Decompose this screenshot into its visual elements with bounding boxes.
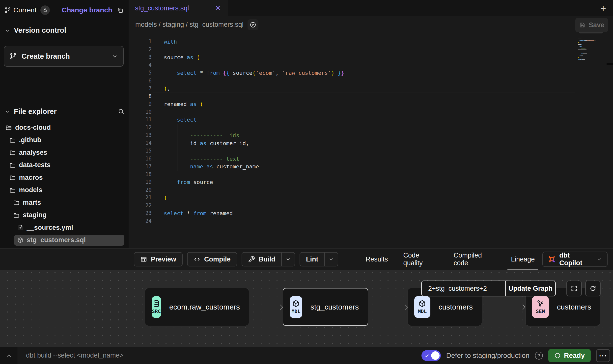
status-bar: dbt build --select <model_name> Defer to… <box>0 347 613 364</box>
line-number: 1 <box>129 38 152 46</box>
file-tree-item-data-tests[interactable]: data-tests <box>0 159 128 172</box>
status-circle-icon <box>554 352 561 359</box>
code-editor[interactable]: 1with23source as (45 select * from {{ so… <box>129 33 613 248</box>
file-tree-item-analyses[interactable]: analyses <box>0 146 128 159</box>
button-label: Compile <box>204 256 231 263</box>
code-line-9[interactable]: 9renamed as ( <box>129 100 613 108</box>
code-line-16[interactable]: 16 ---------- text <box>129 155 613 163</box>
node-badge-mdl: MDL <box>414 296 430 318</box>
code-line-10[interactable]: 10 <box>129 108 613 116</box>
build-button[interactable]: Build <box>242 252 295 266</box>
tab-stg-customers-sql[interactable]: stg_customers.sql ✕ <box>129 0 227 16</box>
code-line-2[interactable]: 2 <box>129 46 613 54</box>
lineage-node-stg-customers[interactable]: MDLstg_customers <box>283 288 368 326</box>
code-line-14[interactable]: 14 id as customer_id, <box>129 139 613 147</box>
code-text: ), <box>164 85 170 93</box>
update-graph-button[interactable]: Update Graph <box>505 281 555 296</box>
copy-icon[interactable] <box>117 7 124 14</box>
search-icon[interactable] <box>118 108 125 115</box>
file-doc-icon <box>17 224 24 231</box>
code-line-19[interactable]: 19 from source <box>129 178 613 186</box>
panel-tab-lineage[interactable]: Lineage <box>503 249 542 270</box>
panel-tab-compiled-code[interactable]: Compiled code <box>446 249 503 270</box>
ide-status-badge[interactable]: Ready <box>548 349 591 362</box>
scrollbar-marker[interactable] <box>607 63 613 65</box>
code-text: renamed as ( <box>164 100 203 108</box>
lint-button[interactable]: Lint <box>300 252 338 266</box>
indent-guide <box>177 124 177 171</box>
code-line-1[interactable]: 1with <box>129 38 613 46</box>
code-line-13[interactable]: 13 ---------- ids <box>129 131 613 139</box>
breadcrumb: models / staging / stg_customers.sql <box>135 21 244 28</box>
save-button[interactable]: Save <box>575 18 608 32</box>
create-branch-dropdown[interactable] <box>106 46 123 66</box>
code-line-11[interactable]: 11 select <box>129 116 613 124</box>
refresh-button[interactable] <box>585 281 601 296</box>
lint-dropdown[interactable] <box>324 253 338 266</box>
copilot-compass-button[interactable] <box>248 19 258 30</box>
dbt-copilot-icon <box>548 255 556 263</box>
code-line-3[interactable]: 3source as ( <box>129 53 613 61</box>
preview-button[interactable]: Preview <box>134 252 183 266</box>
file-tree-item-macros[interactable]: macros <box>0 171 128 184</box>
code-line-4[interactable]: 4 <box>129 61 613 69</box>
help-icon[interactable]: ? <box>535 352 543 360</box>
close-icon[interactable]: ✕ <box>215 5 221 12</box>
file-tree-item-stg-customers-sql[interactable]: stg_customers.sql <box>0 234 128 247</box>
defer-toggle[interactable] <box>421 350 441 361</box>
code-line-22[interactable]: 22 <box>129 202 613 210</box>
new-tab-button[interactable]: + <box>600 0 606 16</box>
panel-tab-code-quality[interactable]: Code quality <box>396 249 446 270</box>
code-line-23[interactable]: 23select * from renamed <box>129 209 613 217</box>
code-line-20[interactable]: 20 <box>129 186 613 194</box>
create-branch-button[interactable]: Create branch <box>4 46 124 67</box>
collapse-command-bar-button[interactable] <box>0 347 18 364</box>
lineage-node-ecom-raw-customers[interactable]: SRCecom.raw_customers <box>145 288 249 326</box>
code-line-6[interactable]: 6 <box>129 77 613 85</box>
code-line-21[interactable]: 21) <box>129 194 613 202</box>
minimap[interactable] <box>577 35 600 61</box>
line-number: 24 <box>129 217 152 225</box>
file-tree-item-marts[interactable]: marts <box>0 196 128 209</box>
folder-icon <box>9 137 16 143</box>
line-number: 18 <box>129 171 152 179</box>
chevron-down-icon[interactable] <box>4 108 10 114</box>
file-tree-item-models[interactable]: models <box>0 184 128 197</box>
code-line-8[interactable]: 8 <box>129 93 613 101</box>
code-icon <box>194 256 200 263</box>
code-line-5[interactable]: 5 select * from {{ source('ecom', 'raw_c… <box>129 69 613 77</box>
folder-icon <box>9 174 16 181</box>
more-options-button[interactable]: ⋯ <box>596 349 610 362</box>
line-number: 15 <box>129 147 152 155</box>
panel-tab-results[interactable]: Results <box>358 249 396 270</box>
code-line-17[interactable]: 17 name as customer_name <box>129 163 613 171</box>
line-number: 12 <box>129 124 152 132</box>
command-input[interactable]: dbt build --select <model_name> <box>26 347 123 364</box>
lineage-filter-input[interactable]: 2+stg_customers+2 <box>422 281 505 296</box>
file-tree-item--github[interactable]: .github <box>0 134 128 147</box>
build-dropdown[interactable] <box>281 253 295 266</box>
node-badge-src: SRC <box>152 296 161 318</box>
file-tree-item-staging[interactable]: staging <box>0 209 128 222</box>
line-number: 13 <box>129 131 152 139</box>
line-number: 9 <box>129 100 152 108</box>
code-line-15[interactable]: 15 <box>129 147 613 155</box>
code-line-24[interactable]: 24 <box>129 217 613 225</box>
fullscreen-button[interactable] <box>566 281 582 296</box>
file-tree-item-docs-cloud[interactable]: docs-cloud <box>0 121 128 134</box>
lineage-filter-bar: 2+stg_customers+2 Update Graph <box>421 281 556 296</box>
branch-header: Current Change branch <box>0 0 128 20</box>
code-line-18[interactable]: 18 <box>129 171 613 179</box>
folder-open-icon <box>5 124 12 131</box>
compile-button[interactable]: Compile <box>187 252 237 266</box>
code-line-12[interactable]: 12 <box>129 124 613 132</box>
node-label: stg_customers <box>310 303 359 311</box>
chevron-down-icon[interactable] <box>4 27 10 33</box>
dbt-copilot-button[interactable]: dbt Copilot <box>542 252 608 267</box>
file-tree-item--sources-yml[interactable]: __sources.yml <box>0 221 128 234</box>
code-line-7[interactable]: 7), <box>129 85 613 93</box>
node-label: customers <box>557 303 591 311</box>
line-number: 23 <box>129 209 152 217</box>
node-badge-mdl: MDL <box>290 296 302 318</box>
change-branch-link[interactable]: Change branch <box>62 6 112 14</box>
